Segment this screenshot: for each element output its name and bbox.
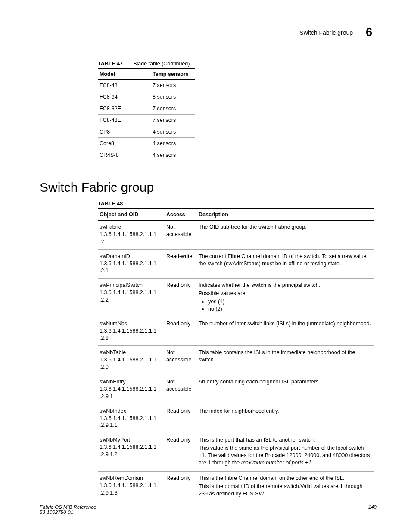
object-oid-cell: swNbTable1.3.6.1.4.1.1588.2.1.1.1 .2.9 xyxy=(98,346,165,375)
table-cell: 4 sensors xyxy=(151,138,195,149)
table-cell: CR4S-8 xyxy=(98,149,151,161)
table-cell: FC8-32E xyxy=(98,103,151,115)
table-cell: 8 sensors xyxy=(151,91,195,103)
table-cell: 7 sensors xyxy=(151,103,195,115)
table-row: Core84 sensors xyxy=(98,138,195,149)
table-cell: FC8-48 xyxy=(98,80,151,91)
access-cell: Not accessible xyxy=(165,221,197,250)
table-47-header-model: Model xyxy=(98,69,151,80)
page-number: 149 xyxy=(368,504,377,510)
table-48-label: TABLE 48 xyxy=(98,201,374,208)
header-chapter-number: 6 xyxy=(366,26,372,39)
description-cell: Indicates whether the switch is the prin… xyxy=(197,279,374,317)
table-cell: 4 sensors xyxy=(151,126,195,138)
access-cell: Read only xyxy=(165,433,197,472)
page-footer: 149 Fabric OS MIB Reference 53-1002750-0… xyxy=(40,504,377,515)
object-oid-cell: swNbIndex1.3.6.1.4.1.1588.2.1.1.1 .2.9.1… xyxy=(98,404,165,433)
table-row: swNbRemDomain1.3.6.1.4.1.1588.2.1.1.1 .2… xyxy=(98,471,374,502)
table-row: swNbEntry1.3.6.1.4.1.1588.2.1.1.1 .2.9.1… xyxy=(98,375,374,404)
description-cell: This is the Fibre Channel domain on the … xyxy=(197,471,374,502)
table-cell: FC8-64 xyxy=(98,91,151,103)
table-48-header-desc: Description xyxy=(197,209,374,221)
table-row: swNbIndex1.3.6.1.4.1.1588.2.1.1.1 .2.9.1… xyxy=(98,404,374,433)
table-row: swNumNbs1.3.6.1.4.1.1588.2.1.1.1 .2.8Rea… xyxy=(98,317,374,346)
access-cell: Not accessible xyxy=(165,346,197,375)
access-cell: Read only xyxy=(165,317,197,346)
table-cell: 7 sensors xyxy=(151,80,195,91)
description-cell: The OID sub-tree for the switch Fabric g… xyxy=(197,221,374,250)
table-47: TABLE 47Blade table (Continued) Model Te… xyxy=(98,61,195,161)
table-cell: 4 sensors xyxy=(151,149,195,161)
object-oid-cell: swNumNbs1.3.6.1.4.1.1588.2.1.1.1 .2.8 xyxy=(98,317,165,346)
table-cell: FC8-48E xyxy=(98,115,151,126)
table-47-title: Blade table (Continued) xyxy=(133,61,190,67)
access-cell: Read only xyxy=(165,471,197,502)
footer-line1: Fabric OS MIB Reference xyxy=(40,504,377,510)
page-header: Switch Fabric group 6 xyxy=(40,26,377,39)
table-cell: CP8 xyxy=(98,126,151,138)
description-cell: This is the port that has an ISL to anot… xyxy=(197,433,374,472)
object-oid-cell: swDomainID1.3.6.1.4.1.1588.2.1.1.1 .2.1 xyxy=(98,249,165,279)
table-47-caption: TABLE 47Blade table (Continued) xyxy=(98,61,195,68)
header-section-title: Switch Fabric group xyxy=(299,29,353,36)
table-row: FC8-32E7 sensors xyxy=(98,103,195,115)
description-cell: The index for neighborhood entry. xyxy=(197,404,374,433)
object-oid-cell: swNbRemDomain1.3.6.1.4.1.1588.2.1.1.1 .2… xyxy=(98,471,165,502)
access-cell: Read only xyxy=(165,404,197,433)
table-row: swNbTable1.3.6.1.4.1.1588.2.1.1.1 .2.9No… xyxy=(98,346,374,375)
object-oid-cell: swNbEntry1.3.6.1.4.1.1588.2.1.1.1 .2.9.1 xyxy=(98,375,165,404)
section-heading: Switch Fabric group xyxy=(40,180,377,195)
table-48-header-access: Access xyxy=(165,209,197,221)
table-48-header-object: Object and OID xyxy=(98,209,165,221)
table-cell: Core8 xyxy=(98,138,151,149)
description-cell: The current Fibre Channel domain ID of t… xyxy=(197,249,374,279)
table-row: FC8-48E7 sensors xyxy=(98,115,195,126)
table-row: FC8-648 sensors xyxy=(98,91,195,103)
object-oid-cell: swPrincipalSwitch1.3.6.1.4.1.1588.2.1.1.… xyxy=(98,279,165,317)
object-oid-cell: swNbMyPort1.3.6.1.4.1.1588.2.1.1.1 .2.9.… xyxy=(98,433,165,472)
table-47-label: TABLE 47 xyxy=(98,61,123,67)
access-cell: Read-write xyxy=(165,249,197,279)
footer-line2: 53-1002750-01 xyxy=(40,510,377,515)
table-row: swNbMyPort1.3.6.1.4.1.1588.2.1.1.1 .2.9.… xyxy=(98,433,374,472)
table-row: CR4S-84 sensors xyxy=(98,149,195,161)
table-row: swFabric1.3.6.1.4.1.1588.2.1.1.1 .2Not a… xyxy=(98,221,374,250)
table-row: CP84 sensors xyxy=(98,126,195,138)
object-oid-cell: swFabric1.3.6.1.4.1.1588.2.1.1.1 .2 xyxy=(98,221,165,250)
table-47-header-temp: Temp sensors xyxy=(151,69,195,80)
description-cell: The number of inter-switch links (ISLs) … xyxy=(197,317,374,346)
table-row: FC8-487 sensors xyxy=(98,80,195,91)
table-cell: 7 sensors xyxy=(151,115,195,126)
description-cell: An entry containing each neighbor ISL pa… xyxy=(197,375,374,404)
description-cell: This table contains the ISLs in the imme… xyxy=(197,346,374,375)
access-cell: Not accessible xyxy=(165,375,197,404)
access-cell: Read only xyxy=(165,279,197,317)
table-48: TABLE 48 Object and OID Access Descripti… xyxy=(98,201,374,502)
table-row: swPrincipalSwitch1.3.6.1.4.1.1588.2.1.1.… xyxy=(98,279,374,317)
table-row: swDomainID1.3.6.1.4.1.1588.2.1.1.1 .2.1R… xyxy=(98,249,374,279)
